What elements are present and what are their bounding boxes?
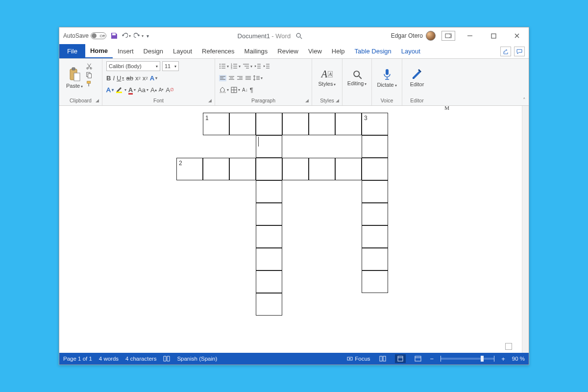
editor-button[interactable]: Editor xyxy=(406,61,428,95)
collapse-ribbon-icon[interactable]: ˄ xyxy=(523,97,526,103)
svg-rect-2 xyxy=(445,34,451,38)
tab-references[interactable]: References xyxy=(197,44,239,58)
status-chars[interactable]: 4 characters xyxy=(125,356,156,362)
avatar xyxy=(426,31,436,41)
line-spacing-button[interactable] xyxy=(253,75,263,81)
align-right-button[interactable] xyxy=(237,75,243,81)
editing-button[interactable]: Editing xyxy=(346,61,368,95)
maximize-button[interactable] xyxy=(485,30,502,42)
tab-table-design[interactable]: Table Design xyxy=(350,44,396,58)
zoom-in-button[interactable]: + xyxy=(501,355,505,363)
paragraph-launcher-icon[interactable]: ◢ xyxy=(305,98,309,103)
tab-review[interactable]: Review xyxy=(272,44,303,58)
tab-view[interactable]: View xyxy=(303,44,327,58)
grow-font-button[interactable]: A▴ xyxy=(150,86,157,94)
ribbon-home: Paste Clipboard◢ xyxy=(59,59,529,106)
tab-design[interactable]: Design xyxy=(139,44,168,58)
title-bar: AutoSave Off ▾ Document1 - Word xyxy=(59,27,529,44)
underline-button[interactable]: U xyxy=(117,74,124,82)
search-icon[interactable] xyxy=(295,32,302,39)
increase-indent-button[interactable] xyxy=(263,63,270,69)
autosave-state: Off xyxy=(100,34,105,38)
web-layout-icon[interactable] xyxy=(413,354,423,363)
tab-home[interactable]: Home xyxy=(85,44,113,58)
styles-launcher-icon[interactable]: ◢ xyxy=(336,98,339,103)
strikethrough-button[interactable]: ab xyxy=(126,74,133,82)
svg-rect-65 xyxy=(383,356,386,361)
show-marks-button[interactable]: ¶ xyxy=(250,86,253,94)
save-icon[interactable] xyxy=(110,32,118,40)
autosave-toggle[interactable]: AutoSave Off xyxy=(63,32,106,39)
book-icon[interactable] xyxy=(163,356,170,362)
font-name-select[interactable]: Calibri (Body)▾ xyxy=(106,61,160,71)
clear-formatting-button[interactable]: A∅ xyxy=(166,86,174,94)
bold-button[interactable]: B xyxy=(106,74,111,82)
subscript-button[interactable]: x2 xyxy=(135,74,141,82)
share-button[interactable] xyxy=(500,47,511,56)
superscript-button[interactable]: x2 xyxy=(143,74,148,82)
group-editing: Editing xyxy=(343,59,372,105)
styles-button[interactable]: AA Styles xyxy=(316,61,338,95)
print-layout-icon[interactable] xyxy=(395,354,406,363)
cut-icon[interactable] xyxy=(86,63,93,70)
zoom-out-button[interactable]: − xyxy=(430,355,434,363)
align-center-button[interactable] xyxy=(228,75,235,81)
zoom-slider[interactable] xyxy=(441,358,494,360)
italic-button[interactable]: I xyxy=(113,74,115,82)
text-effects-button[interactable]: A xyxy=(150,74,157,82)
crossword-table[interactable]: 1 3 2 xyxy=(176,113,490,338)
status-language[interactable]: Spanish (Spain) xyxy=(177,356,217,362)
tab-table-layout[interactable]: Layout xyxy=(396,44,425,58)
undo-button[interactable] xyxy=(121,32,131,39)
bullets-button[interactable] xyxy=(219,63,229,69)
align-left-button[interactable] xyxy=(219,75,226,81)
svg-rect-13 xyxy=(88,74,91,78)
shrink-font-button[interactable]: A▾ xyxy=(159,87,164,93)
numbering-button[interactable]: 123 xyxy=(231,63,241,69)
comments-button[interactable] xyxy=(514,47,525,56)
ribbon-display-options-icon[interactable] xyxy=(441,31,455,41)
word-window: AutoSave Off ▾ Document1 - Word xyxy=(59,27,529,365)
tab-layout[interactable]: Layout xyxy=(168,44,197,58)
justify-button[interactable] xyxy=(245,75,251,81)
vertical-scrollbar[interactable] xyxy=(522,106,529,353)
sort-button[interactable]: A↓ xyxy=(242,87,248,93)
svg-point-0 xyxy=(296,33,300,37)
svg-rect-16 xyxy=(116,92,122,93)
clipboard-launcher-icon[interactable]: ◢ xyxy=(96,98,99,103)
borders-button[interactable] xyxy=(231,87,240,93)
multilevel-list-button[interactable] xyxy=(243,63,252,69)
status-page[interactable]: Page 1 of 1 xyxy=(63,356,92,362)
tab-mailings[interactable]: Mailings xyxy=(240,44,273,58)
font-outline-button[interactable]: A xyxy=(106,86,114,94)
read-mode-icon[interactable] xyxy=(377,354,388,363)
account-button[interactable]: Edgar Otero xyxy=(391,31,436,41)
close-button[interactable] xyxy=(508,30,526,42)
font-launcher-icon[interactable]: ◢ xyxy=(208,98,212,103)
clue-3: 3 xyxy=(364,115,368,122)
zoom-level[interactable]: 90 % xyxy=(512,356,525,362)
format-painter-icon[interactable] xyxy=(86,80,93,87)
paste-button[interactable]: Paste xyxy=(63,61,86,95)
svg-rect-14 xyxy=(87,81,91,83)
document-area[interactable]: M 1 3 2 xyxy=(59,106,529,353)
scroll-indicator[interactable] xyxy=(505,343,512,350)
shading-button[interactable] xyxy=(219,87,229,93)
group-font: Calibri (Body)▾ 11▾ B I U ab x2 x2 A A xyxy=(102,59,215,105)
highlight-button[interactable] xyxy=(116,86,126,93)
status-words[interactable]: 4 words xyxy=(99,356,119,362)
tab-help[interactable]: Help xyxy=(327,44,350,58)
minimize-button[interactable] xyxy=(461,30,479,42)
quick-access-toolbar: ▾ xyxy=(110,32,149,40)
tab-insert[interactable]: Insert xyxy=(113,44,139,58)
font-size-select[interactable]: 11▾ xyxy=(162,61,179,71)
change-case-button[interactable]: Aa xyxy=(138,86,148,94)
dictate-button[interactable]: Dictate xyxy=(376,61,398,95)
font-color-button[interactable]: A xyxy=(128,86,136,94)
redo-button[interactable] xyxy=(134,32,144,39)
paste-icon xyxy=(68,67,81,82)
tab-file[interactable]: File xyxy=(59,44,85,58)
copy-icon[interactable] xyxy=(86,72,93,78)
decrease-indent-button[interactable] xyxy=(254,63,261,69)
focus-mode-button[interactable]: Focus xyxy=(347,356,370,362)
